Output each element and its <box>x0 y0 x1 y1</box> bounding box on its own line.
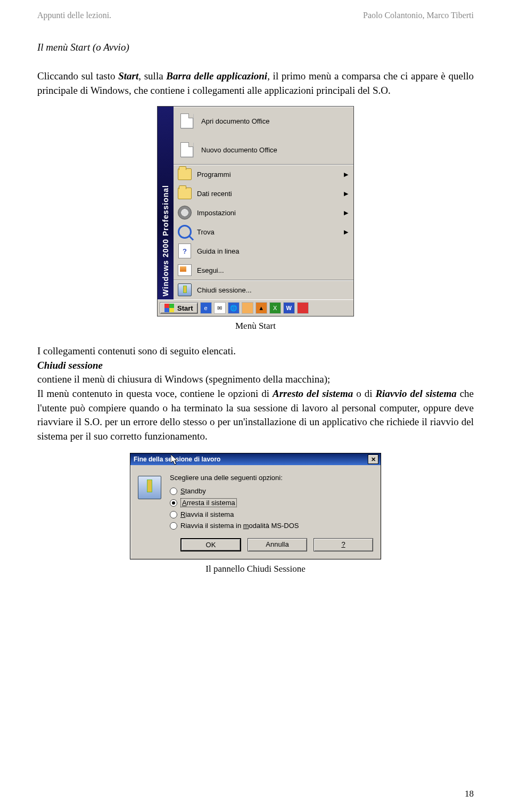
paragraph-2: I collegamenti contenuti sono di seguito… <box>37 344 474 443</box>
radio-riavvia-msdos[interactable]: Riavvia il sistema in modalità MS-DOS <box>170 522 373 530</box>
section-title: Il menù Start (o Avvio) <box>37 42 474 53</box>
menu-item-shutdown[interactable]: Chiudi sessione... <box>174 280 353 299</box>
chevron-right-icon: ▶ <box>344 171 348 178</box>
radio-icon <box>170 522 177 530</box>
radio-icon <box>170 488 177 495</box>
menu-item-help[interactable]: ? Guida in linea <box>174 241 353 261</box>
windows-logo-icon <box>164 304 174 312</box>
menu-item-settings[interactable]: Impostazioni ▶ <box>174 203 353 222</box>
quicklaunch-icon[interactable]: e <box>200 302 212 314</box>
menu-item-new-office-doc[interactable]: Nuovo documento Office <box>174 135 353 164</box>
help-icon: ? <box>178 244 192 258</box>
document-icon <box>178 112 196 130</box>
figure-caption-2: Il pannello Chiudi Sessione <box>37 564 474 574</box>
quicklaunch-icon[interactable] <box>297 302 309 314</box>
start-menu-sideband: Windows 2000 Professional <box>158 107 174 299</box>
quicklaunch-icon[interactable]: 🌐 <box>228 302 240 314</box>
start-menu: Windows 2000 Professional Apri documento… <box>157 106 354 316</box>
search-icon <box>178 225 192 239</box>
svg-marker-0 <box>171 454 177 465</box>
quicklaunch-icon[interactable] <box>242 302 253 314</box>
folder-icon <box>178 186 192 200</box>
header-right: Paolo Colantonio, Marco Tiberti <box>363 11 474 20</box>
figure-caption-1: Menù Start <box>37 321 474 331</box>
chevron-right-icon: ▶ <box>344 209 348 216</box>
settings-icon <box>178 206 192 220</box>
menu-item-recent[interactable]: Dati recenti ▶ <box>174 184 353 203</box>
shutdown-icon <box>178 283 192 297</box>
quicklaunch-icon[interactable]: ✉ <box>214 302 226 314</box>
menu-item-run[interactable]: Esegui... <box>174 261 353 280</box>
radio-standby[interactable]: Standby <box>170 487 373 495</box>
ok-button[interactable]: OK <box>180 538 241 551</box>
chevron-right-icon: ▶ <box>344 190 348 197</box>
page-number: 18 <box>465 789 474 799</box>
chevron-right-icon: ▶ <box>344 229 348 236</box>
shutdown-icon <box>138 476 161 499</box>
close-button[interactable]: ✕ <box>368 454 378 464</box>
folder-icon <box>178 167 192 181</box>
dialog-prompt: Scegliere una delle seguenti opzioni: <box>170 474 373 482</box>
document-icon <box>178 141 196 159</box>
quicklaunch-icon[interactable]: ▲ <box>256 302 267 314</box>
start-button[interactable]: Start <box>160 302 198 314</box>
taskbar: Start e ✉ 🌐 ▲ X W <box>158 299 353 316</box>
header-left: Appunti delle lezioni. <box>37 11 111 20</box>
quicklaunch-icon[interactable]: X <box>269 302 281 314</box>
menu-item-open-office-doc[interactable]: Apri documento Office <box>174 107 353 135</box>
radio-icon <box>170 499 177 507</box>
radio-icon <box>170 511 177 518</box>
page-header: Appunti delle lezioni. Paolo Colantonio,… <box>37 11 474 20</box>
help-button[interactable]: ? <box>314 538 373 551</box>
shutdown-dialog: Fine della sessione di lavoro ✕ Sceglier… <box>130 453 381 559</box>
cursor-icon <box>171 454 179 466</box>
cancel-button[interactable]: Annulla <box>248 538 307 551</box>
run-icon <box>178 263 192 277</box>
quicklaunch-icon[interactable]: W <box>283 302 295 314</box>
radio-arresta[interactable]: Arresta il sistema <box>170 498 373 507</box>
dialog-titlebar[interactable]: Fine della sessione di lavoro ✕ <box>130 453 381 465</box>
menu-item-find[interactable]: Trova ▶ <box>174 222 353 241</box>
menu-item-programs[interactable]: Programmi ▶ <box>174 164 353 184</box>
paragraph-1: Cliccando sul tasto Start, sulla Barra d… <box>37 69 474 98</box>
radio-riavvia[interactable]: Riavvia il sistema <box>170 510 373 518</box>
